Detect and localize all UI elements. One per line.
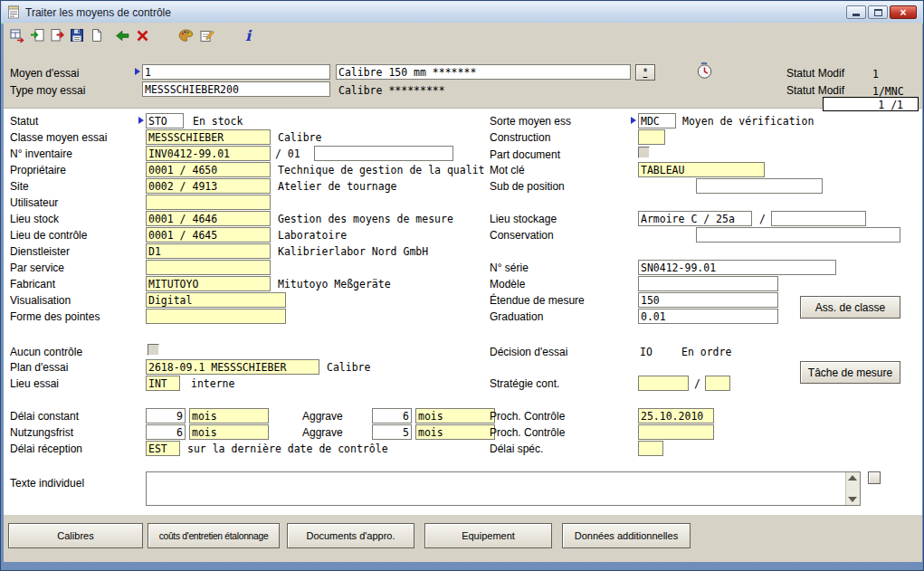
statut-desc: En stock (193, 115, 243, 128)
visualisation-label: Visualisation (10, 294, 71, 307)
type-moy-essai-label: Type moy essai (10, 84, 85, 97)
statut-input[interactable] (146, 113, 184, 128)
scroll-up-icon[interactable] (848, 475, 857, 481)
strategie-input-2[interactable] (705, 376, 730, 391)
lieu-stockage-sep: / (759, 213, 766, 225)
graduation-input[interactable] (638, 309, 778, 324)
tache-de-mesure-button[interactable]: Tâche de mesure (800, 361, 900, 384)
lieu-stock-input[interactable] (146, 211, 271, 226)
delai-reception-desc: sur la dernière date de contrôle (187, 443, 388, 455)
type-moy-essai-input[interactable] (142, 81, 330, 97)
texte-individuel-wrap (146, 471, 861, 506)
new-document-button[interactable] (88, 26, 106, 44)
nutzungsfrist-input[interactable] (146, 424, 186, 440)
utilisateur-input[interactable] (146, 195, 271, 210)
modele-input[interactable] (638, 276, 778, 291)
inventaire-suffix: / 01 (275, 148, 300, 160)
nutzungsfrist-aggrave-input[interactable] (372, 424, 412, 440)
import-button[interactable] (28, 26, 46, 44)
sub-position-input[interactable] (696, 178, 823, 194)
forme-pointes-label: Forme des pointes (10, 310, 100, 323)
minimize-icon (853, 14, 860, 16)
window-icon (7, 5, 20, 19)
visualisation-input[interactable] (146, 292, 286, 308)
texte-individuel-textarea[interactable] (147, 472, 846, 505)
note-edit-button[interactable] (197, 26, 215, 44)
nutzungsfrist-unit-input[interactable] (189, 424, 269, 440)
mot-cle-input[interactable] (638, 162, 765, 177)
donnees-additionnelles-button[interactable]: Données additionnelles (562, 523, 691, 548)
scroll-down-icon[interactable] (848, 497, 857, 502)
proch-controle-1-input[interactable] (638, 408, 714, 423)
lieu-essai-desc: interne (191, 377, 234, 390)
lieu-controle-input[interactable] (146, 227, 271, 243)
title-bar[interactable]: Traiter les moyens de contrôle (3, 2, 921, 23)
delai-constant-aggrave-input[interactable] (372, 408, 412, 423)
par-service-input[interactable] (146, 260, 271, 275)
inventaire-input[interactable] (146, 146, 271, 161)
dienstleister-desc: Kalibrierlabor Nord GmbH (278, 245, 428, 258)
dienstleister-input[interactable] (146, 243, 271, 259)
equipement-button[interactable]: Equipement (424, 523, 552, 548)
close-button[interactable]: × (890, 5, 917, 19)
lieu-stockage-input-2[interactable] (771, 211, 866, 226)
utilisateur-label: Utilisateur (10, 196, 58, 209)
back-button[interactable] (113, 26, 131, 44)
proch-controle-2-label: Proch. Contrôle (490, 426, 565, 439)
moyen-essai-input[interactable] (142, 64, 330, 80)
aucun-controle-checkbox[interactable] (148, 344, 159, 356)
delai-spec-input[interactable] (638, 441, 663, 456)
documents-appro-button[interactable]: Documents d'appro. (287, 523, 414, 548)
proprietaire-desc: Technique de gestion de la qualit (278, 164, 484, 176)
forme-pointes-input[interactable] (146, 309, 286, 324)
proch-controle-2-input[interactable] (638, 424, 714, 440)
delai-constant-aggrave-unit-input[interactable] (415, 408, 495, 423)
delai-reception-input[interactable] (146, 441, 180, 456)
conservation-input[interactable] (696, 227, 900, 243)
proprietaire-input[interactable] (146, 162, 271, 177)
maximize-icon (874, 9, 882, 16)
window-exit-icon (10, 28, 25, 43)
strategie-input[interactable] (638, 376, 689, 391)
ass-de-classe-button[interactable]: Ass. de classe (800, 296, 900, 319)
classe-input[interactable] (146, 129, 271, 145)
couts-entretien-button[interactable]: coûts d'entretien étalonnage (148, 523, 280, 548)
matchcode-button[interactable]: * (635, 64, 655, 81)
lieu-stock-desc: Gestion des moyens de mesure (278, 213, 453, 225)
part-document-checkbox[interactable] (638, 147, 650, 158)
nutzungsfrist-aggrave-unit-input[interactable] (415, 424, 495, 440)
fabricant-desc: Mitutoyo Meßgeräte (278, 278, 391, 290)
lieu-essai-input[interactable] (146, 376, 180, 391)
history-button[interactable] (696, 62, 713, 82)
inventaire-extra-input[interactable] (314, 146, 453, 161)
moyen-essai-desc-input[interactable] (336, 64, 631, 80)
decision-label: Décision d'essai (490, 346, 567, 358)
lieu-stockage-input[interactable] (638, 211, 752, 226)
window-exit-button[interactable] (8, 26, 26, 44)
page-counter: 1 /1 (823, 97, 919, 111)
cancel-button[interactable] (133, 26, 151, 44)
close-icon: × (900, 7, 906, 18)
sorte-input[interactable] (638, 113, 676, 128)
save-icon (70, 28, 84, 43)
save-button[interactable] (68, 26, 86, 44)
delai-constant-input[interactable] (146, 408, 186, 423)
info-button[interactable]: i (239, 26, 257, 44)
calibres-button[interactable]: Calibres (8, 523, 143, 548)
statut-modif-label-2: Statut Modif (786, 84, 844, 97)
construction-input[interactable] (638, 129, 665, 145)
proch-controle-1-label: Proch. Contrôle (490, 410, 565, 423)
minimize-button[interactable] (846, 5, 866, 19)
delai-constant-unit-input[interactable] (189, 408, 269, 423)
export-button[interactable] (48, 26, 66, 44)
fabricant-input[interactable] (146, 276, 271, 291)
text-expand-button[interactable] (868, 471, 881, 484)
site-input[interactable] (146, 178, 271, 194)
texte-individuel-scrollbar[interactable] (845, 472, 860, 505)
statut-modif-label-1: Statut Modif (786, 67, 844, 80)
n-serie-input[interactable] (638, 260, 836, 275)
maximize-button[interactable] (868, 5, 888, 19)
plan-essai-input[interactable] (146, 359, 319, 375)
etendue-input[interactable] (638, 292, 778, 308)
palette-button[interactable] (176, 26, 195, 44)
